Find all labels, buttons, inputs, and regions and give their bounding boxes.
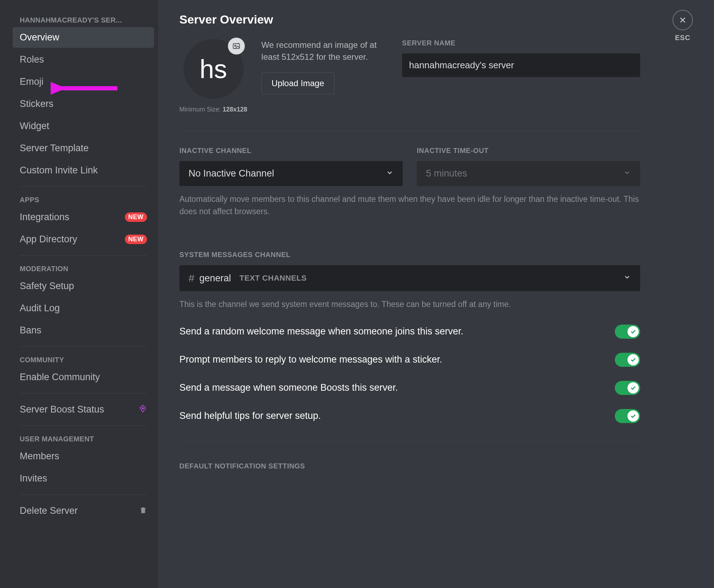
sidebar-divider bbox=[20, 393, 147, 394]
recommend-text: We recommend an image of at least 512x51… bbox=[261, 39, 388, 63]
sidebar-item-server-boost[interactable]: Server Boost Status bbox=[13, 399, 154, 420]
hash-icon: # bbox=[189, 272, 195, 284]
check-icon bbox=[630, 413, 636, 419]
inactive-channel-label: INACTIVE CHANNEL bbox=[179, 147, 403, 155]
toggle-row-sticker: Prompt members to reply to welcome messa… bbox=[179, 353, 640, 367]
sidebar-community-header: COMMUNITY bbox=[13, 352, 154, 367]
sidebar-item-audit-log[interactable]: Audit Log bbox=[13, 298, 154, 319]
sidebar-item-app-directory[interactable]: App Directory NEW bbox=[13, 229, 154, 250]
sidebar-item-stickers[interactable]: Stickers bbox=[13, 94, 154, 114]
close-label: ESC bbox=[675, 34, 690, 42]
inactive-timeout-select[interactable]: 5 minutes bbox=[417, 161, 640, 186]
close-button-wrap: ESC bbox=[672, 10, 693, 42]
toggle-row-tips: Send helpful tips for server setup. bbox=[179, 409, 640, 423]
sidebar-item-server-template[interactable]: Server Template bbox=[13, 138, 154, 159]
toggle-knob bbox=[627, 410, 639, 422]
upload-image-button[interactable]: Upload Image bbox=[261, 72, 334, 94]
settings-sidebar: HANNAHMACREADY'S SER... Overview Roles E… bbox=[0, 0, 158, 588]
check-icon bbox=[630, 357, 636, 363]
chevron-down-icon bbox=[386, 169, 394, 179]
sidebar-item-widget[interactable]: Widget bbox=[13, 116, 154, 136]
sidebar-divider bbox=[20, 255, 147, 256]
toggle-label: Prompt members to reply to welcome messa… bbox=[179, 354, 442, 365]
sidebar-item-emoji[interactable]: Emoji bbox=[13, 71, 154, 92]
toggle-welcome-message[interactable] bbox=[615, 325, 640, 339]
check-icon bbox=[630, 328, 636, 335]
sidebar-divider bbox=[20, 426, 147, 426]
system-channel-label: SYSTEM MESSAGES CHANNEL bbox=[179, 251, 640, 259]
sidebar-item-roles[interactable]: Roles bbox=[13, 49, 154, 70]
page-title: Server Overview bbox=[179, 13, 640, 26]
content-area: ESC Server Overview hs Minimum Size: 128… bbox=[158, 0, 714, 588]
server-avatar-block: hs Minimum Size: 128x128 bbox=[179, 39, 247, 113]
system-channel-select[interactable]: # general TEXT CHANNELS bbox=[179, 265, 640, 291]
server-avatar[interactable]: hs bbox=[184, 39, 243, 99]
divider bbox=[179, 235, 640, 235]
toggle-knob bbox=[627, 326, 639, 337]
sidebar-apps-header: APPS bbox=[13, 192, 154, 207]
divider bbox=[179, 441, 640, 441]
system-channel-category: TEXT CHANNELS bbox=[240, 274, 307, 283]
notif-header: DEFAULT NOTIFICATION SETTINGS bbox=[179, 462, 640, 470]
sidebar-item-enable-community[interactable]: Enable Community bbox=[13, 367, 154, 388]
server-name-input[interactable] bbox=[402, 53, 640, 77]
toggle-knob bbox=[627, 382, 639, 394]
svg-point-2 bbox=[235, 45, 236, 46]
avatar-initials: hs bbox=[199, 54, 227, 84]
toggle-label: Send helpful tips for server setup. bbox=[179, 410, 321, 421]
toggle-row-boost: Send a message when someone Boosts this … bbox=[179, 381, 640, 395]
chevron-down-icon bbox=[623, 273, 631, 283]
inactive-help-text: Automatically move members to this chann… bbox=[179, 193, 640, 217]
check-icon bbox=[630, 385, 636, 391]
close-button[interactable] bbox=[672, 10, 693, 30]
sidebar-divider bbox=[20, 494, 147, 495]
boost-icon bbox=[139, 404, 147, 415]
image-upload-icon bbox=[232, 42, 241, 50]
sidebar-item-custom-invite[interactable]: Custom Invite Link bbox=[13, 160, 154, 181]
toggle-label: Send a message when someone Boosts this … bbox=[179, 382, 398, 393]
sidebar-item-bans[interactable]: Bans bbox=[13, 320, 154, 341]
sidebar-item-integrations[interactable]: Integrations NEW bbox=[13, 207, 154, 228]
sidebar-divider bbox=[20, 346, 147, 347]
sidebar-item-invites[interactable]: Invites bbox=[13, 468, 154, 489]
inactive-timeout-label: INACTIVE TIME-OUT bbox=[417, 147, 640, 155]
new-badge: NEW bbox=[125, 212, 147, 222]
toggle-boost-message[interactable] bbox=[615, 381, 640, 395]
chevron-down-icon bbox=[623, 169, 631, 179]
toggle-sticker-reply[interactable] bbox=[615, 353, 640, 367]
toggle-row-welcome: Send a random welcome message when someo… bbox=[179, 325, 640, 339]
avatar-upload-badge[interactable] bbox=[228, 38, 245, 55]
min-size-text: Minimum Size: 128x128 bbox=[179, 106, 247, 113]
sidebar-item-overview[interactable]: Overview bbox=[13, 27, 154, 48]
toggle-knob bbox=[627, 354, 639, 365]
close-icon bbox=[678, 15, 687, 25]
toggle-setup-tips[interactable] bbox=[615, 409, 640, 423]
divider bbox=[179, 131, 640, 131]
system-channel-name: general bbox=[199, 273, 231, 284]
sidebar-item-delete-server[interactable]: Delete Server bbox=[13, 500, 154, 521]
sidebar-divider bbox=[20, 186, 147, 187]
sidebar-item-safety-setup[interactable]: Safety Setup bbox=[13, 276, 154, 296]
inactive-channel-select[interactable]: No Inactive Channel bbox=[179, 161, 403, 186]
sidebar-item-members[interactable]: Members bbox=[13, 446, 154, 467]
svg-point-0 bbox=[142, 407, 144, 409]
sidebar-user-mgmt-header: USER MANAGEMENT bbox=[13, 432, 154, 446]
toggle-label: Send a random welcome message when someo… bbox=[179, 326, 463, 337]
trash-icon bbox=[139, 506, 147, 516]
new-badge: NEW bbox=[125, 235, 147, 244]
server-name-label: SERVER NAME bbox=[402, 39, 640, 47]
system-help-text: This is the channel we send system event… bbox=[179, 298, 640, 311]
sidebar-server-header: HANNAHMACREADY'S SER... bbox=[13, 13, 154, 27]
sidebar-moderation-header: MODERATION bbox=[13, 261, 154, 276]
